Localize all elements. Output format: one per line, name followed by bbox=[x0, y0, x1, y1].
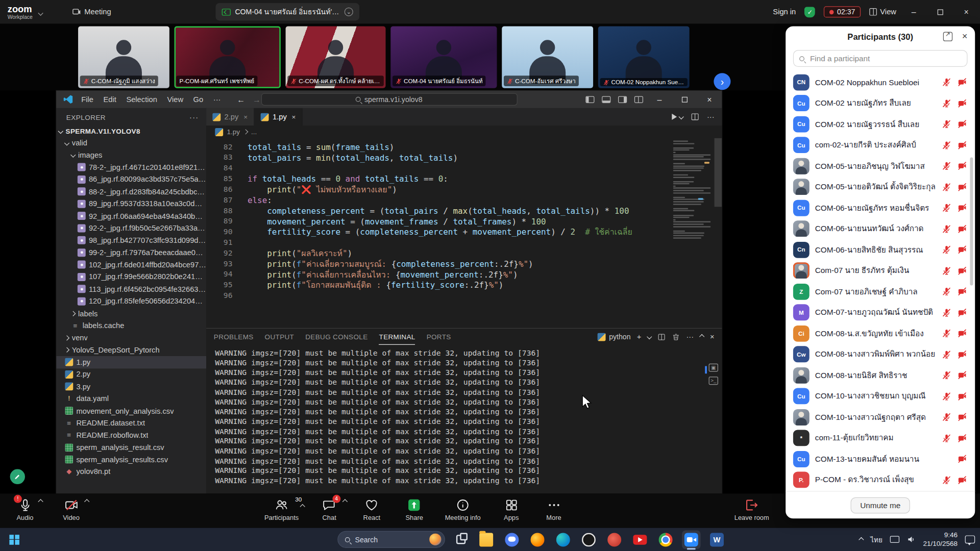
mic-muted-icon[interactable] bbox=[942, 475, 951, 485]
vscode-search-bar[interactable]: sperma.v1i.yolov8 bbox=[261, 93, 517, 105]
run-button[interactable] bbox=[672, 114, 683, 120]
mic-muted-icon[interactable] bbox=[942, 266, 951, 275]
explorer-item[interactable]: ≡README.dataset.txt bbox=[56, 417, 206, 429]
close-panel-icon[interactable]: × bbox=[710, 332, 715, 341]
participant-row[interactable]: CnCOM-06-นายสิทธิชัย สินสุวรรณ bbox=[786, 239, 975, 260]
shared-screen-tab[interactable]: COM-04 นายศรัณย์ อิ่มธรนันท์'s scree... … bbox=[215, 3, 359, 20]
new-terminal-icon[interactable]: + bbox=[637, 332, 642, 341]
taskbar-clock[interactable]: 9:46 21/10/2568 bbox=[923, 531, 957, 548]
terminal-view[interactable]: WARNING imgsz=[720] must be multiple of … bbox=[206, 345, 722, 493]
explorer-item[interactable]: sperm_analysis_result.csv bbox=[56, 441, 206, 454]
camera-off-icon[interactable] bbox=[957, 349, 968, 359]
camera-off-icon[interactable] bbox=[957, 455, 968, 464]
mic-muted-icon[interactable] bbox=[942, 224, 951, 233]
hidden-icons-chevron[interactable] bbox=[859, 537, 864, 542]
mic-muted-icon[interactable] bbox=[942, 370, 951, 380]
taskbar-app-chrome[interactable] bbox=[656, 530, 675, 549]
chat-button[interactable]: Chat 4 bbox=[313, 493, 346, 521]
close-button[interactable]: × bbox=[958, 7, 975, 16]
terminal-dropdown-icon[interactable] bbox=[647, 334, 652, 339]
mic-muted-icon[interactable] bbox=[942, 140, 951, 149]
explorer-item[interactable]: venv bbox=[56, 332, 206, 344]
participant-row[interactable]: COM-06-นายนนทวัฒน์ วงศ์กาด bbox=[786, 218, 975, 239]
touch-keyboard-icon[interactable] bbox=[890, 536, 899, 543]
participant-row[interactable]: COM-10-นางสาวณัฐกฤตา ศรีสุด bbox=[786, 407, 975, 428]
audio-button[interactable]: Audio ! bbox=[9, 493, 41, 521]
start-button[interactable] bbox=[6, 531, 22, 547]
participant-row[interactable]: CwCOM-08-นางสาวพิมพ์พิศา พวกน้อย bbox=[786, 344, 975, 365]
camera-off-icon[interactable] bbox=[957, 370, 968, 380]
forward-arrow-icon[interactable]: → bbox=[253, 95, 261, 104]
camera-off-icon[interactable] bbox=[957, 224, 968, 233]
maximize-panel-icon[interactable] bbox=[699, 334, 704, 339]
vscode-minimize-button[interactable]: – bbox=[651, 95, 668, 104]
participant-search[interactable] bbox=[793, 50, 968, 67]
participant-row[interactable]: COM-05-นายอภิชนุญ วิฬโฆมาส bbox=[786, 156, 975, 177]
explorer-item[interactable]: 99-2-_jpg.rf.7976a7beeacdaae044c... bbox=[56, 246, 206, 259]
taskbar-search[interactable]: Search bbox=[337, 531, 445, 548]
mic-muted-icon[interactable] bbox=[942, 182, 951, 191]
explorer-item[interactable]: 92-2-_jpg.rf.f9b50c5e2667ba33ae9... bbox=[56, 222, 206, 234]
camera-off-icon[interactable] bbox=[957, 78, 968, 87]
taskbar-app-firefox[interactable] bbox=[528, 530, 547, 549]
panel-tab-problems[interactable]: PROBLEMS bbox=[214, 329, 254, 345]
close-tab-icon[interactable]: × bbox=[243, 113, 248, 121]
mic-muted-icon[interactable] bbox=[942, 287, 951, 296]
close-tab-icon[interactable]: × bbox=[292, 113, 296, 121]
participant-row[interactable]: MCOM-07-นายภูวฤณวัฒน์ นันทชปัติ bbox=[786, 302, 975, 323]
explorer-item[interactable]: movement_only_analysis.csv bbox=[56, 405, 206, 417]
toggle-sidebar-icon[interactable] bbox=[585, 96, 594, 103]
vscode-maximize-button[interactable] bbox=[676, 95, 693, 104]
camera-off-icon[interactable] bbox=[957, 391, 968, 400]
unmute-me-button[interactable]: Unmute me bbox=[851, 497, 910, 513]
taskbar-app-photos[interactable] bbox=[605, 530, 624, 549]
menu-[interactable]: ··· bbox=[208, 92, 226, 106]
taskbar-app-obs[interactable] bbox=[579, 530, 598, 549]
camera-off-icon[interactable] bbox=[957, 433, 968, 442]
explorer-item[interactable]: ≡README.roboflow.txt bbox=[56, 429, 206, 441]
participant-row[interactable]: COM-08-นายนิธิศ สิทธิราช bbox=[786, 365, 975, 386]
recording-timer[interactable]: 02:37 bbox=[824, 6, 861, 17]
camera-off-icon[interactable] bbox=[957, 412, 968, 421]
terminal-panel-icon[interactable]: ▣ bbox=[709, 364, 718, 372]
zoom-workplace-logo[interactable]: zoom Workplace bbox=[8, 4, 33, 19]
next-videos-button[interactable]: › bbox=[714, 73, 730, 90]
panel-tab-terminal[interactable]: TERMINAL bbox=[379, 329, 415, 345]
popout-icon[interactable] bbox=[943, 32, 952, 41]
panel-tab-ports[interactable]: PORTS bbox=[427, 329, 451, 345]
leave-room-button[interactable]: Leave room bbox=[730, 493, 773, 521]
camera-off-icon[interactable] bbox=[957, 475, 968, 485]
taskbar-app-edge[interactable] bbox=[554, 530, 573, 549]
participant-row[interactable]: CuCOM-06-นายณัฐภัทร หอมชื่นจิตร bbox=[786, 197, 975, 218]
participant-row[interactable]: CiCOM-08-น.ส.ขวัญหทัย เข้าเมือง bbox=[786, 323, 975, 344]
taskbar-app-task-view[interactable] bbox=[451, 530, 470, 549]
menu-go[interactable]: Go bbox=[188, 92, 208, 106]
minimize-button[interactable]: – bbox=[905, 7, 922, 16]
explorer-item[interactable]: 86_jpg.rf.80099ac3bd357c75e5acac... bbox=[56, 173, 206, 186]
mic-muted-icon[interactable] bbox=[942, 78, 951, 87]
view-button[interactable]: View bbox=[870, 8, 896, 16]
customize-layout-icon[interactable] bbox=[634, 96, 643, 103]
explorer-item[interactable]: 102_jpg.rf.6de014ffbd20a4bce97a0... bbox=[56, 259, 206, 271]
meeting-info-button[interactable]: Meeting info bbox=[440, 493, 485, 521]
explorer-item[interactable]: 92_jpg.rf.06aa694eba494a340b6ff6... bbox=[56, 210, 206, 222]
camera-off-icon[interactable] bbox=[957, 182, 968, 191]
taskbar-app-chat[interactable] bbox=[502, 530, 521, 549]
camera-off-icon[interactable] bbox=[957, 119, 968, 129]
explorer-item[interactable]: 98_jpg.rf.b427707c3ffc931d099ddc... bbox=[56, 234, 206, 246]
participant-row[interactable]: CuCOM-02 นายณัฐวรรธน์ สืบเลย bbox=[786, 114, 975, 135]
toggle-secondary-sidebar-icon[interactable] bbox=[618, 96, 627, 103]
terminal-launch-icon[interactable]: >_ bbox=[709, 377, 718, 385]
participant-row[interactable]: *com-11-ตุ้ยเก๋ยวิทยาคม bbox=[786, 428, 975, 448]
audio-options-icon[interactable] bbox=[38, 499, 43, 504]
share-options-icon[interactable]: ⌄ bbox=[345, 8, 353, 16]
explorer-item[interactable]: ≡labels.cache bbox=[56, 319, 206, 332]
notifications-icon[interactable] bbox=[965, 535, 975, 543]
participant-search-input[interactable] bbox=[808, 54, 961, 64]
react-button[interactable]: React bbox=[356, 493, 388, 521]
taskbar-app-word[interactable]: W bbox=[707, 530, 726, 549]
mic-muted-icon[interactable] bbox=[942, 349, 951, 359]
camera-off-icon[interactable] bbox=[957, 329, 968, 338]
explorer-item[interactable]: 2.py bbox=[56, 368, 206, 381]
video-tile[interactable]: P-COM-ผศ.ศรินทร์ เพชรทิพย์ bbox=[175, 26, 281, 88]
